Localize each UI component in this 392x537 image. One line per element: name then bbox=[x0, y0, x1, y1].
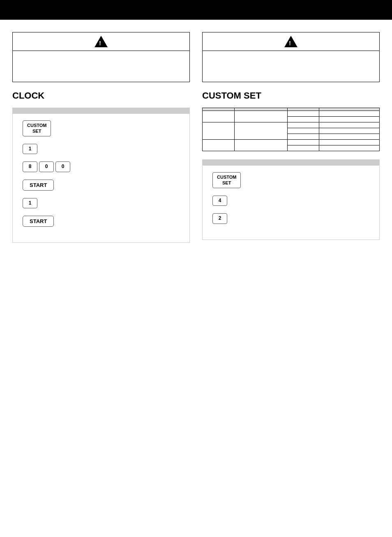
key-1b-btn-left[interactable]: 1 bbox=[23, 198, 37, 209]
header-bar bbox=[0, 0, 392, 20]
custom-set-step-2: 2 bbox=[212, 213, 369, 224]
custom-set-table bbox=[202, 108, 380, 151]
key-4-btn[interactable]: 4 bbox=[212, 196, 227, 206]
table-cell bbox=[203, 140, 235, 151]
clock-diagram-header bbox=[13, 108, 189, 114]
start-btn-1[interactable]: START bbox=[23, 180, 54, 191]
clock-step-custom-set: CUSTOM SET bbox=[23, 120, 180, 136]
table-cell bbox=[319, 117, 380, 122]
warning-box-right bbox=[202, 32, 380, 82]
table-col-3 bbox=[287, 108, 319, 111]
table-cell bbox=[287, 117, 319, 122]
clock-step-800: 8 0 0 bbox=[23, 161, 180, 172]
key-8-btn[interactable]: 8 bbox=[23, 161, 37, 172]
clock-step-start2: START bbox=[23, 216, 180, 227]
table-cell bbox=[287, 122, 319, 128]
table-cell bbox=[319, 140, 380, 145]
table-cell bbox=[234, 140, 287, 151]
warning-triangle-right bbox=[284, 36, 297, 47]
clock-step-1: 1 bbox=[23, 144, 180, 154]
table-cell bbox=[287, 111, 319, 117]
key-0a-btn[interactable]: 0 bbox=[39, 161, 54, 172]
table-cell bbox=[319, 111, 380, 117]
key-1-btn-left[interactable]: 1 bbox=[23, 144, 37, 154]
clock-step-1b: 1 bbox=[23, 198, 180, 209]
warning-triangle-left bbox=[95, 36, 108, 47]
table-cell bbox=[203, 122, 235, 140]
custom-set-diagram-box: CUSTOM SET 4 2 bbox=[202, 159, 380, 240]
table-col-1 bbox=[203, 108, 235, 111]
custom-set-step-custom-set: CUSTOM SET bbox=[212, 172, 369, 188]
warning-box-left bbox=[12, 32, 190, 82]
key-2-btn[interactable]: 2 bbox=[212, 213, 227, 224]
clock-section-title: CLOCK bbox=[12, 90, 190, 101]
table-col-2 bbox=[234, 108, 287, 111]
custom-set-step-4: 4 bbox=[212, 196, 369, 206]
warning-header-left bbox=[13, 32, 189, 51]
key-0b-btn[interactable]: 0 bbox=[55, 161, 70, 172]
table-cell bbox=[319, 145, 380, 151]
clock-diagram-box: CUSTOM SET 1 8 0 0 START 1 START bbox=[12, 108, 190, 243]
custom-set-btn-left[interactable]: CUSTOM SET bbox=[23, 120, 51, 136]
custom-set-section-title: CUSTOM SET bbox=[202, 90, 380, 101]
table-cell bbox=[287, 134, 319, 140]
table-row bbox=[203, 140, 380, 145]
table-cell bbox=[203, 111, 235, 122]
custom-set-diagram-header bbox=[203, 160, 379, 166]
right-column: CUSTOM SET bbox=[202, 32, 380, 243]
clock-step-start1: START bbox=[23, 180, 180, 191]
start-btn-2[interactable]: START bbox=[23, 216, 54, 227]
table-cell bbox=[287, 128, 319, 134]
left-column: CLOCK CUSTOM SET 1 8 0 0 START bbox=[12, 32, 190, 243]
table-cell bbox=[319, 122, 380, 128]
table-col-4 bbox=[319, 108, 380, 111]
table-cell bbox=[319, 128, 380, 134]
custom-set-btn-right[interactable]: CUSTOM SET bbox=[212, 172, 241, 188]
warning-header-right bbox=[203, 32, 379, 51]
table-cell bbox=[319, 134, 380, 140]
table-cell bbox=[287, 140, 319, 145]
table-cell bbox=[287, 145, 319, 151]
warning-body-left bbox=[13, 51, 189, 82]
table-row bbox=[203, 111, 380, 117]
table-cell bbox=[234, 111, 287, 122]
table-row bbox=[203, 122, 380, 128]
warning-body-right bbox=[203, 51, 379, 82]
table-cell bbox=[234, 122, 287, 140]
